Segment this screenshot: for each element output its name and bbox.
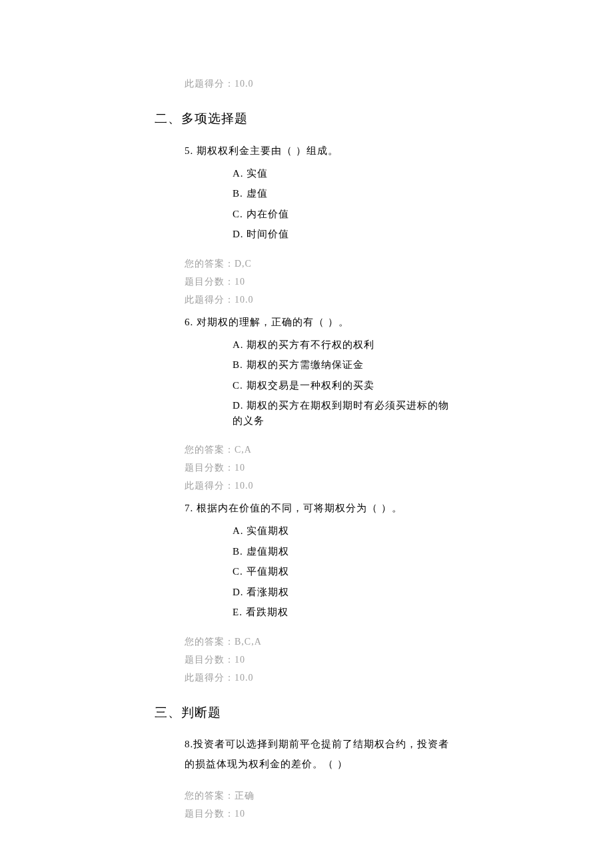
question-8-full-score: 题目分数：10 xyxy=(185,807,458,821)
question-7-option-a: A. 实值期权 xyxy=(233,523,458,539)
question-7-option-e: E. 看跌期权 xyxy=(233,605,458,620)
page: 此题得分：10.0 二、多项选择题 5. 期权权利金主要由（ ）组成。 A. 实… xyxy=(0,0,613,868)
question-8-answer-block: 您的答案：正确 题目分数：10 xyxy=(185,789,458,821)
question-6-option-b: B. 期权的买方需缴纳保证金 xyxy=(233,357,458,373)
question-6-stem: 6. 对期权的理解，正确的有（ ）。 xyxy=(185,312,458,332)
question-7-option-c: C. 平值期权 xyxy=(233,564,458,579)
question-5-option-a: A. 实值 xyxy=(233,166,458,181)
prev-question-score: 此题得分：10.0 xyxy=(185,77,458,91)
question-5-your-answer: 您的答案：D,C xyxy=(185,257,458,271)
question-7-full-score: 题目分数：10 xyxy=(185,653,458,667)
question-6-answer-block: 您的答案：C,A 题目分数：10 此题得分：10.0 xyxy=(185,443,458,493)
content-area: 此题得分：10.0 二、多项选择题 5. 期权权利金主要由（ ）组成。 A. 实… xyxy=(0,0,613,821)
section-3-title: 三、判断题 xyxy=(155,703,458,723)
question-6-got-score: 此题得分：10.0 xyxy=(185,479,458,493)
question-5-answer-block: 您的答案：D,C 题目分数：10 此题得分：10.0 xyxy=(185,257,458,307)
question-6-your-answer: 您的答案：C,A xyxy=(185,443,458,457)
question-7-stem: 7. 根据内在价值的不同，可将期权分为（ ）。 xyxy=(185,498,458,518)
question-6-option-d: D. 期权的买方在期权到期时有必须买进标的物的义务 xyxy=(233,398,458,428)
question-6-options: A. 期权的买方有不行权的权利 B. 期权的买方需缴纳保证金 C. 期权交易是一… xyxy=(233,337,458,429)
question-7: 7. 根据内在价值的不同，可将期权分为（ ）。 A. 实值期权 B. 虚值期权 … xyxy=(185,498,458,620)
question-5-option-c: C. 内在价值 xyxy=(233,207,458,222)
question-6-option-a: A. 期权的买方有不行权的权利 xyxy=(233,337,458,353)
question-8-stem: 8.投资者可以选择到期前平仓提前了结期权合约，投资者的损益体现为权利金的差价。（… xyxy=(185,734,458,774)
question-5-option-d: D. 时间价值 xyxy=(233,227,458,242)
section-2-title: 二、多项选择题 xyxy=(155,109,458,129)
question-6-option-c: C. 期权交易是一种权利的买卖 xyxy=(233,378,458,393)
question-5: 5. 期权权利金主要由（ ）组成。 A. 实值 B. 虚值 C. 内在价值 D.… xyxy=(185,141,458,242)
question-7-your-answer: 您的答案：B,C,A xyxy=(185,635,458,649)
question-7-option-d: D. 看涨期权 xyxy=(233,585,458,600)
question-5-got-score: 此题得分：10.0 xyxy=(185,293,458,307)
question-6: 6. 对期权的理解，正确的有（ ）。 A. 期权的买方有不行权的权利 B. 期权… xyxy=(185,312,458,429)
question-5-options: A. 实值 B. 虚值 C. 内在价值 D. 时间价值 xyxy=(233,166,458,242)
question-7-answer-block: 您的答案：B,C,A 题目分数：10 此题得分：10.0 xyxy=(185,635,458,685)
question-8-your-answer: 您的答案：正确 xyxy=(185,789,458,803)
question-5-stem: 5. 期权权利金主要由（ ）组成。 xyxy=(185,141,458,161)
question-7-got-score: 此题得分：10.0 xyxy=(185,671,458,685)
question-7-options: A. 实值期权 B. 虚值期权 C. 平值期权 D. 看涨期权 E. 看跌期权 xyxy=(233,523,458,620)
question-5-full-score: 题目分数：10 xyxy=(185,275,458,289)
question-6-full-score: 题目分数：10 xyxy=(185,461,458,475)
question-8: 8.投资者可以选择到期前平仓提前了结期权合约，投资者的损益体现为权利金的差价。（… xyxy=(185,734,458,774)
question-5-option-b: B. 虚值 xyxy=(233,186,458,201)
question-7-option-b: B. 虚值期权 xyxy=(233,544,458,559)
